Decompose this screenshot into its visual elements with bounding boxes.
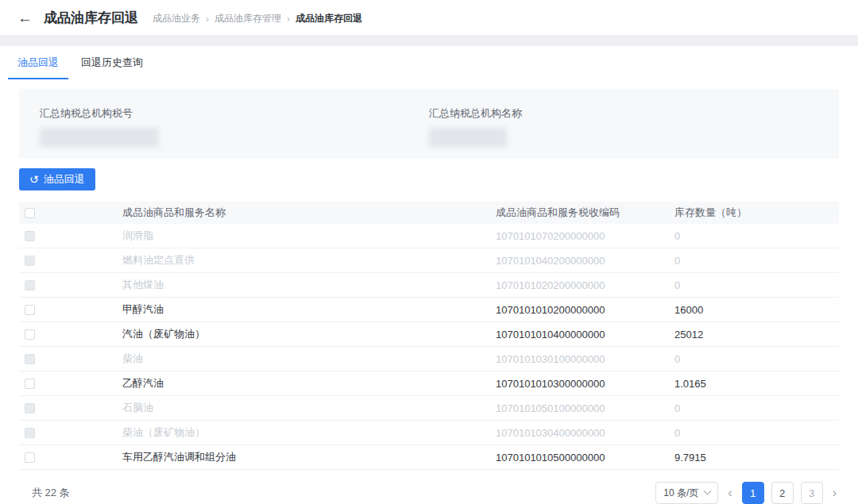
breadcrumb-item-business[interactable]: 成品油业务 xyxy=(153,12,200,25)
product-name: 甲醇汽油 xyxy=(48,302,477,317)
product-name: 柴油（废矿物油） xyxy=(48,425,477,440)
toolbar: ↺ 油品回退 xyxy=(19,168,839,190)
page-title: 成品油库存回退 xyxy=(44,9,138,27)
page-button-2[interactable]: 2 xyxy=(771,482,794,504)
tab-bar: 油品回退 回退历史查询 xyxy=(0,46,858,79)
pagination: 10 条/页 ‹ 1 2 3 › xyxy=(655,482,839,504)
table-row: 柴油（废矿物油） 1070101030400000000 0 xyxy=(19,421,839,445)
product-name: 汽油（废矿物油） xyxy=(48,327,477,341)
tax-code: 1070101070200000000 xyxy=(477,230,655,242)
row-checkbox xyxy=(25,403,35,414)
product-name: 车用乙醇汽油调和组分油 xyxy=(48,450,477,464)
breadcrumb-item-inventory-mgmt[interactable]: 成品油库存管理 xyxy=(214,12,281,25)
table-row: 车用乙醇汽油调和组分油 1070101010500000000 9.7915 xyxy=(19,445,839,470)
row-checkbox[interactable] xyxy=(25,329,35,340)
tax-code: 1070101040200000000 xyxy=(477,255,655,267)
row-checkbox xyxy=(25,428,35,438)
inventory-table: 成品油商品和服务名称 成品油商品和服务税收编码 库存数量（吨） 润滑脂 1070… xyxy=(19,202,839,470)
product-name: 燃料油定点直供 xyxy=(48,253,477,267)
table-row: 汽油（废矿物油） 1070101010400000000 25012 xyxy=(19,322,839,347)
row-checkbox xyxy=(25,256,35,266)
breadcrumb-separator-icon: › xyxy=(206,13,209,25)
stock-quantity: 16000 xyxy=(655,304,839,316)
stock-quantity: 25012 xyxy=(655,329,839,340)
product-name: 石脑油 xyxy=(48,401,477,415)
stock-quantity: 0 xyxy=(655,279,839,291)
org-name-redacted-value xyxy=(429,128,507,147)
table-row: 燃料油定点直供 1070101040200000000 0 xyxy=(19,248,839,273)
stock-quantity: 0 xyxy=(655,427,839,439)
page-button-1[interactable]: 1 xyxy=(742,482,764,504)
tax-number-redacted-value xyxy=(40,128,159,147)
select-all-checkbox[interactable] xyxy=(25,208,35,218)
table-row: 石脑油 1070101050100000000 0 xyxy=(19,396,839,421)
row-checkbox xyxy=(25,354,35,364)
field-tax-number: 汇总纳税总机构税号 xyxy=(40,106,429,141)
row-checkbox xyxy=(25,231,35,241)
breadcrumb-separator-icon: › xyxy=(287,13,290,25)
header-divider-band xyxy=(0,35,858,46)
stock-quantity: 9.7915 xyxy=(655,452,839,464)
chevron-down-icon xyxy=(704,487,712,494)
row-checkbox[interactable] xyxy=(25,379,35,389)
prev-page-icon[interactable]: ‹ xyxy=(725,487,734,499)
column-header-name: 成品油商品和服务名称 xyxy=(48,206,477,220)
rollback-history-icon: ↺ xyxy=(29,174,39,185)
table-row: 甲醇汽油 1070101010200000000 16000 xyxy=(19,298,839,322)
stock-quantity: 0 xyxy=(655,353,839,365)
table-footer: 共 22 条 10 条/页 ‹ 1 2 3 › xyxy=(19,482,839,504)
tax-code: 1070101050100000000 xyxy=(477,402,655,414)
tab-oil-rollback[interactable]: 油品回退 xyxy=(6,46,70,79)
total-count-label: 共 22 条 xyxy=(32,486,70,500)
page-size-select[interactable]: 10 条/页 xyxy=(655,482,718,504)
stock-quantity: 0 xyxy=(655,255,839,267)
oil-rollback-button-label: 油品回退 xyxy=(44,172,85,187)
row-checkbox[interactable] xyxy=(25,452,35,463)
breadcrumb-item-current: 成品油库存回退 xyxy=(296,12,362,25)
org-name-label: 汇总纳税总机构名称 xyxy=(429,106,818,121)
product-name: 柴油 xyxy=(48,352,477,366)
column-header-quantity: 库存数量（吨） xyxy=(655,206,839,220)
tax-code: 1070101020200000000 xyxy=(477,279,655,291)
top-header: ← 成品油库存回退 成品油业务 › 成品油库存管理 › 成品油库存回退 xyxy=(0,0,858,35)
next-page-icon[interactable]: › xyxy=(830,487,839,499)
stock-quantity: 0 xyxy=(655,402,839,414)
breadcrumb: 成品油业务 › 成品油库存管理 › 成品油库存回退 xyxy=(153,12,362,25)
stock-quantity: 1.0165 xyxy=(655,378,839,390)
field-org-name: 汇总纳税总机构名称 xyxy=(429,106,818,141)
table-row: 润滑脂 1070101070200000000 0 xyxy=(19,224,839,248)
table-row: 其他煤油 1070101020200000000 0 xyxy=(19,273,839,298)
oil-rollback-button[interactable]: ↺ 油品回退 xyxy=(19,168,95,190)
page-size-label: 10 条/页 xyxy=(663,487,698,500)
column-header-tax-code: 成品油商品和服务税收编码 xyxy=(477,206,655,220)
product-name: 乙醇汽油 xyxy=(48,376,477,391)
tax-code: 1070101010400000000 xyxy=(477,329,655,340)
row-checkbox[interactable] xyxy=(25,305,35,315)
tax-code: 1070101010300000000 xyxy=(477,378,655,390)
table-row: 乙醇汽油 1070101010300000000 1.0165 xyxy=(19,371,839,396)
tax-code: 1070101010500000000 xyxy=(477,452,655,464)
tax-code: 1070101030100000000 xyxy=(477,353,655,365)
back-icon[interactable]: ← xyxy=(17,10,33,25)
table-row: 柴油 1070101030100000000 0 xyxy=(19,347,839,371)
org-info-panel: 汇总纳税总机构税号 汇总纳税总机构名称 xyxy=(19,89,839,159)
table-header-row: 成品油商品和服务名称 成品油商品和服务税收编码 库存数量（吨） xyxy=(19,202,839,224)
tax-number-label: 汇总纳税总机构税号 xyxy=(40,106,429,121)
tab-rollback-history[interactable]: 回退历史查询 xyxy=(70,46,154,79)
tax-code: 1070101010200000000 xyxy=(477,304,655,316)
tax-code: 1070101030400000000 xyxy=(477,427,655,439)
page-button-3[interactable]: 3 xyxy=(801,482,823,504)
product-name: 润滑脂 xyxy=(48,229,477,243)
product-name: 其他煤油 xyxy=(48,278,477,292)
row-checkbox xyxy=(25,280,35,290)
stock-quantity: 0 xyxy=(655,230,839,242)
